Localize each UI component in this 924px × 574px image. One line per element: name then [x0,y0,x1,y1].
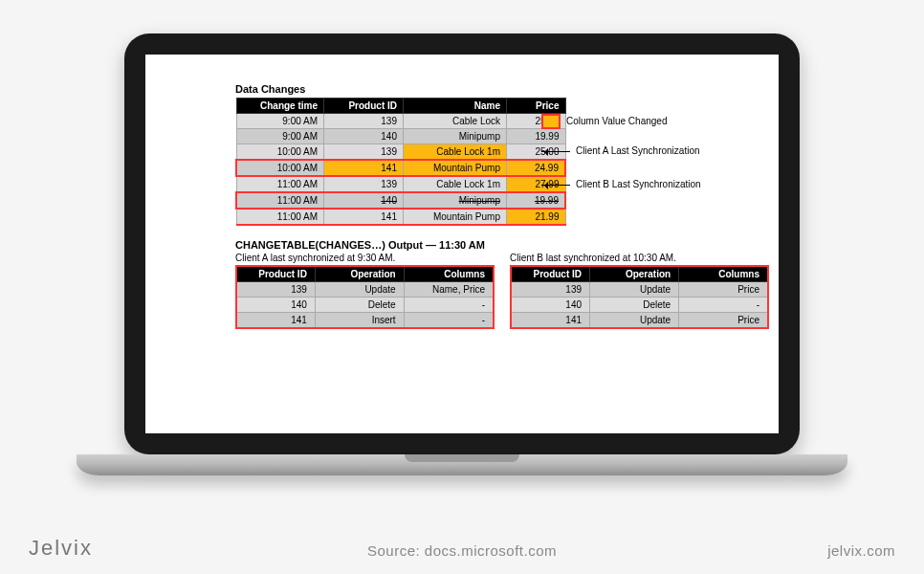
table-cell: - [404,298,494,313]
table-cell: 11:00 AM [236,209,324,225]
table-header: Columns [404,266,494,282]
table-header: Operation [590,266,679,282]
table-cell: 139 [324,144,404,161]
table-row: 11:00 AM141Mountain Pump21.99 [236,209,565,225]
client-a-block: Client A last synchronized at 9:30 AM. P… [235,253,495,329]
table-cell: 139 [324,114,404,129]
table-header: Columns [679,266,768,282]
table-row: 139UpdateName, Price [236,282,494,298]
table-cell: Price [679,313,768,329]
table-cell: Update [590,282,679,298]
legend-client-a-label: Client A Last Synchronization [576,143,700,160]
table-cell: 140 [324,192,404,209]
table-cell: 10:00 AM [236,160,324,176]
table-cell: Cable Lock [404,114,507,129]
legend-changed-label: Column Value Changed [566,116,667,126]
table-cell: Cable Lock 1m [404,176,507,192]
table-cell: 19.99 [507,192,566,209]
laptop-base [77,454,847,475]
table-cell: Insert [315,313,404,329]
site-link: jelvix.com [827,542,895,559]
table-cell: - [404,313,494,329]
table-row: 10:00 AM139Cable Lock 1m25.00 [236,144,565,161]
table-cell: 141 [324,160,404,176]
table-row: 9:00 AM139Cable Lock25.00 [236,114,565,129]
legend-column-changed: Column Value Changed [541,113,701,130]
table-cell: Delete [590,298,679,313]
table-cell: Name, Price [404,282,494,298]
table-header: Product ID [511,266,590,282]
section2-title: CHANGETABLE(CHANGES…) Output — 11:30 AM [235,239,769,251]
table-cell: 139 [236,282,315,298]
legend: Column Value Changed Client A Last Synch… [541,113,701,193]
table-row: 141UpdatePrice [511,313,768,329]
table-cell: Price [679,282,768,298]
table-cell: 141 [511,313,590,329]
table-row: 9:00 AM140Minipump19.99 [236,129,565,144]
data-changes-table: Change timeProduct IDNamePrice 9:00 AM13… [235,98,566,226]
table-header: Operation [315,266,404,282]
source-label: Source: docs.microsoft.com [0,542,924,559]
table-cell: 139 [324,176,404,192]
legend-client-a: Client A Last Synchronization [541,143,701,160]
arrow-left-icon [541,185,570,186]
table-cell: 141 [236,313,315,329]
table-row: 139UpdatePrice [511,282,768,298]
table-cell: Mountain Pump [404,209,507,225]
arrow-left-icon [541,151,570,152]
laptop-frame: Data Changes Change timeProduct IDNamePr… [124,33,800,454]
table-cell: 141 [324,209,404,225]
table-row: 10:00 AM141Mountain Pump24.99 [236,160,565,176]
table-row: 11:00 AM140Minipump19.99 [236,192,565,209]
section2: CHANGETABLE(CHANGES…) Output — 11:30 AM … [235,239,769,329]
client-a-caption: Client A last synchronized at 9:30 AM. [235,253,495,263]
table-cell: 140 [511,298,590,313]
table-cell: - [679,298,768,313]
client-b-caption: Client B last synchronized at 10:30 AM. [510,253,769,263]
table-cell: Delete [315,298,404,313]
table-row: 140Delete- [236,298,494,313]
table-cell: 140 [236,298,315,313]
table-cell: 9:00 AM [236,129,324,144]
table-cell: Minipump [404,192,507,209]
legend-client-b: Client B Last Synchronization [541,176,701,193]
table-header: Price [507,99,566,114]
swatch-icon [541,114,561,129]
table-header: Change time [236,99,324,114]
laptop-screen: Data Changes Change timeProduct IDNamePr… [145,55,779,433]
table-cell: 11:00 AM [236,192,324,209]
section1-title: Data Changes [235,83,769,95]
table-cell: Update [315,282,404,298]
table-row: 140Delete- [511,298,768,313]
table-cell: Update [590,313,679,329]
client-a-table: Product IDOperationColumns 139UpdateName… [235,265,495,329]
table-cell: Mountain Pump [404,160,507,176]
table-header: Product ID [324,99,404,114]
table-cell: 10:00 AM [236,144,324,161]
table-cell: 140 [324,129,404,144]
table-header: Product ID [236,266,315,282]
client-b-table: Product IDOperationColumns 139UpdatePric… [510,265,769,329]
table-cell: 9:00 AM [236,114,324,129]
legend-client-b-label: Client B Last Synchronization [576,176,701,193]
client-b-block: Client B last synchronized at 10:30 AM. … [510,253,769,329]
table-cell: 11:00 AM [236,176,324,192]
table-cell: Cable Lock 1m [404,144,507,161]
slide-content: Data Changes Change timeProduct IDNamePr… [235,83,769,329]
table-row: 141Insert- [236,313,494,329]
table-header: Name [404,99,507,114]
table-cell: Minipump [404,129,507,144]
table-row: 11:00 AM139Cable Lock 1m27.99 [236,176,565,192]
table-cell: 21.99 [507,209,566,225]
table-cell: 139 [511,282,590,298]
